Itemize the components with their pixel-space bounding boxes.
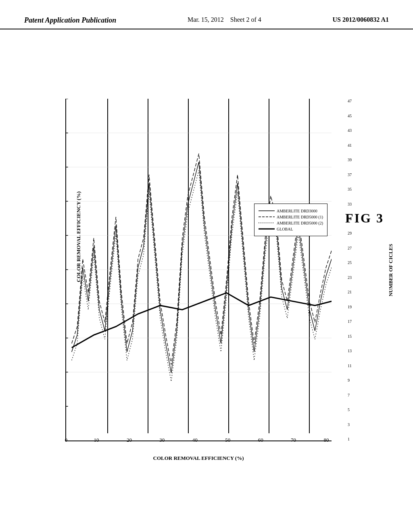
- figure-container: FIG 3 COLOR REMOVAL EFFICIENCY (%) NUMBE…: [24, 64, 389, 500]
- x-tick-19: 19: [348, 305, 352, 309]
- legend-line-dotted: [259, 220, 275, 225]
- x-axis-label: NUMBER OF CICLES: [388, 244, 394, 296]
- x-tick-47: 47: [348, 99, 352, 103]
- x-tick-1: 1: [348, 437, 350, 441]
- tick-60: 60: [258, 437, 263, 443]
- date-label: Mar. 15, 2012: [188, 16, 224, 23]
- legend-item-2: AMBERLITE DRD5000 (1): [259, 214, 323, 219]
- legend-item-1: AMBERLITE DRD3000: [259, 208, 323, 213]
- tick-50: 50: [225, 437, 230, 443]
- tick-20: 20: [127, 437, 132, 443]
- tick-10: 10: [94, 437, 99, 443]
- x-tick-labels: 1 3 5 7 9 11 13 15 17 19 21 23 25 27 29 …: [348, 99, 352, 441]
- x-tick-27: 27: [348, 246, 352, 250]
- sheet-label: Sheet 2 of 4: [230, 16, 261, 23]
- x-tick-35: 35: [348, 187, 352, 191]
- legend-line-solid: [259, 208, 275, 213]
- tick-0: 0: [65, 437, 68, 443]
- x-tick-39: 39: [348, 158, 352, 162]
- legend-line-thick: [259, 227, 275, 231]
- legend-label-4: GLOBAL: [277, 227, 293, 231]
- x-tick-43: 43: [348, 128, 352, 133]
- legend-label-1: AMBERLITE DRD3000: [277, 209, 317, 213]
- x-tick-17: 17: [348, 319, 352, 324]
- legend-line-dashed: [259, 214, 275, 219]
- legend-label-2: AMBERLITE DRD5000 (1): [277, 215, 323, 219]
- x-tick-9: 9: [348, 378, 350, 382]
- chart-wrapper: FIG 3 COLOR REMOVAL EFFICIENCY (%) NUMBE…: [41, 91, 372, 474]
- x-tick-23: 23: [348, 275, 352, 280]
- page-header: Patent Application Publication Mar. 15, …: [0, 0, 413, 29]
- tick-70: 70: [291, 437, 296, 443]
- date-sheet-label: Mar. 15, 2012 Sheet 2 of 4: [188, 16, 261, 23]
- publication-label: Patent Application Publication: [24, 16, 116, 25]
- page: Patent Application Publication Mar. 15, …: [0, 0, 413, 532]
- y-axis-bottom-label: COLOR REMOVAL EFFICIENCY (%): [65, 455, 332, 461]
- tick-80: 80: [324, 437, 329, 443]
- x-tick-15: 15: [348, 334, 352, 339]
- chart-plot-area: AMBERLITE DRD3000 AMBERLITE DRD5000 (1) …: [65, 99, 332, 441]
- x-tick-41: 41: [348, 143, 352, 148]
- x-tick-13: 13: [348, 349, 352, 353]
- x-tick-5: 5: [348, 407, 350, 412]
- x-tick-31: 31: [348, 216, 352, 221]
- x-tick-33: 33: [348, 202, 352, 206]
- x-tick-3: 3: [348, 422, 350, 427]
- x-tick-7: 7: [348, 393, 350, 397]
- legend-label-3: AMBERLITE DRD5000 (2): [277, 221, 323, 225]
- legend-item-3: AMBERLITE DRD5000 (2): [259, 220, 323, 225]
- x-tick-11: 11: [348, 364, 352, 368]
- tick-30: 30: [159, 437, 165, 443]
- x-tick-37: 37: [348, 172, 352, 177]
- x-tick-45: 45: [348, 114, 352, 118]
- chart-svg: [66, 99, 332, 441]
- x-tick-25: 25: [348, 260, 352, 265]
- x-tick-21: 21: [348, 290, 352, 294]
- y-tick-labels: 0 10 20 30 40 50 60 70 80: [41, 437, 332, 443]
- legend-box: AMBERLITE DRD3000 AMBERLITE DRD5000 (1) …: [254, 204, 327, 236]
- patent-number-label: US 2012/0060832 A1: [332, 16, 389, 23]
- tick-40: 40: [192, 437, 198, 443]
- legend-item-4: GLOBAL: [259, 227, 323, 231]
- x-tick-29: 29: [348, 231, 352, 235]
